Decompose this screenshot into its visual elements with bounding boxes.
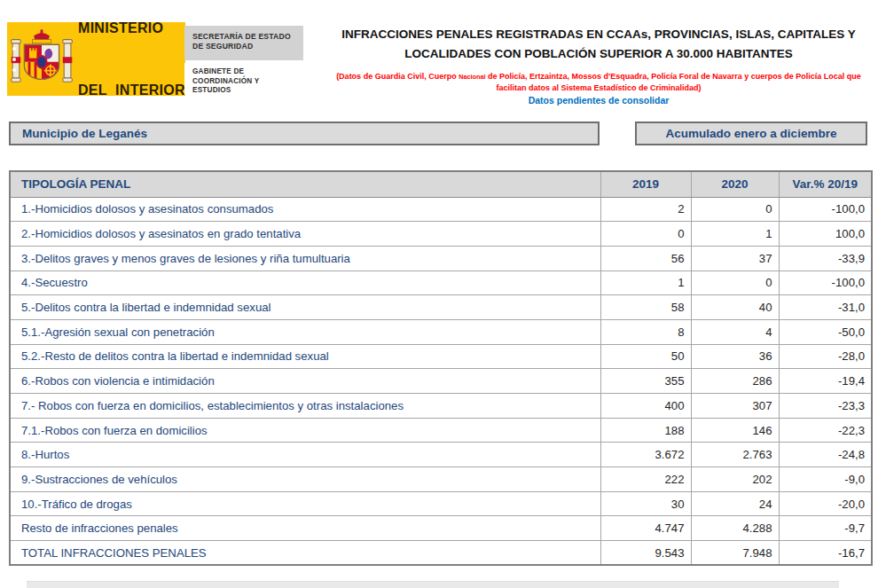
- table-row: 3.-Delitos graves y menos graves de lesi…: [10, 246, 872, 270]
- report-title-line1: INFRACCIONES PENALES REGISTRADAS EN CCAA…: [321, 25, 876, 44]
- cell-var: -19,4: [779, 369, 872, 394]
- cell-var: -20,0: [779, 491, 872, 516]
- table-body: 1.-Homicidios dolosos y asesinatos consu…: [10, 197, 872, 565]
- cell-y2020: 24: [691, 491, 779, 516]
- column-header-2019: 2019: [600, 171, 691, 197]
- logo-dot: [12, 68, 16, 72]
- cell-label: 8.-Hurtos: [10, 443, 600, 467]
- cell-y2020: 7.948: [691, 541, 779, 566]
- table-row: 5.2.-Resto de delitos contra la libertad…: [10, 344, 872, 369]
- cell-label: 5.2.-Resto de delitos contra la libertad…: [10, 344, 600, 369]
- ministerio-interior-logo: MINISTERIO DEL INTERIOR: [7, 22, 184, 96]
- cell-y2019: 188: [600, 418, 691, 443]
- table-row: 2.-Homicidios dolosos y asesinatos en gr…: [10, 222, 872, 247]
- cell-var: -23,3: [779, 394, 872, 419]
- cell-y2020: 37: [691, 246, 779, 270]
- logo-dot: [12, 58, 16, 61]
- cell-y2020: 2.763: [691, 443, 779, 467]
- cell-var: -9,0: [779, 467, 872, 492]
- table-row: 5.1.-Agresión sexual con penetración84-5…: [10, 319, 872, 344]
- municipality-selector[interactable]: Municipio de Leganés: [9, 122, 600, 145]
- cell-y2019: 400: [600, 394, 691, 419]
- cell-var: 100,0: [779, 222, 872, 247]
- cell-y2019: 58: [600, 295, 691, 320]
- table-row: 1.-Homicidios dolosos y asesinatos consu…: [10, 197, 872, 222]
- cell-label: Resto de infracciones penales: [10, 516, 600, 541]
- logo-dot: [12, 47, 16, 51]
- table-row: 4.-Secuestro10-100,0: [10, 270, 872, 295]
- cell-var: -9,7: [779, 516, 872, 541]
- cell-y2020: 307: [691, 394, 779, 419]
- cell-y2020: 0: [691, 197, 779, 222]
- cell-label: 5.-Delitos contra la libertad e indemnid…: [10, 295, 600, 320]
- cell-y2020: 286: [691, 369, 779, 394]
- cell-y2020: 202: [691, 467, 779, 492]
- cell-var: -100,0: [779, 197, 872, 222]
- data-sources-note-small: Nacional: [459, 73, 485, 81]
- cell-var: -22,3: [779, 418, 872, 443]
- column-header-tipologia: TIPOLOGÍA PENAL: [10, 171, 600, 197]
- cell-y2019: 50: [600, 344, 691, 369]
- table-row: Resto de infracciones penales4.7474.288-…: [10, 516, 872, 541]
- cell-y2019: 222: [600, 467, 691, 492]
- cell-y2019: 0: [600, 222, 691, 247]
- cell-var: -50,0: [779, 319, 872, 344]
- table-row: 8.-Hurtos3.6722.763-24,8: [10, 443, 872, 467]
- cell-var: -31,0: [779, 295, 872, 320]
- cell-y2019: 30: [600, 491, 691, 516]
- cell-y2020: 36: [691, 344, 779, 369]
- cell-y2020: 0: [691, 270, 779, 295]
- cell-y2019: 4.747: [600, 516, 691, 541]
- cell-y2019: 3.672: [600, 443, 691, 467]
- cell-label: 9.-Sustracciones de vehículos: [10, 467, 600, 492]
- table-row: TOTAL INFRACCIONES PENALES9.5437.948-16,…: [10, 541, 872, 566]
- crime-statistics-table: TIPOLOGÍA PENAL 2019 2020 Var.% 20/19 1.…: [9, 170, 873, 566]
- data-sources-note-part2: de Policía, Ertzaintza, Mossos d'Esquadr…: [486, 72, 861, 92]
- cell-label: 6.-Robos con violencia e intimidación: [10, 369, 600, 394]
- table-header-row: TIPOLOGÍA PENAL 2019 2020 Var.% 20/19: [10, 171, 872, 197]
- table-row: 5.-Delitos contra la libertad e indemnid…: [10, 295, 872, 320]
- pending-consolidation-note: Datos pendientes de consolidar: [321, 95, 876, 106]
- cell-y2019: 56: [600, 246, 691, 270]
- report-title-line2: LOCALIDADES CON POBLACIÓN SUPERIOR A 30.…: [321, 44, 876, 64]
- column-header-var: Var.% 20/19: [779, 171, 872, 197]
- cell-var: -33,9: [779, 246, 872, 270]
- cell-var: -28,0: [779, 344, 872, 369]
- data-sources-note: (Datos de Guardia Civil, Cuerpo Nacional…: [321, 71, 876, 93]
- gabinete-coordinacion-label: GABINETE DE COORDINACIÓN Y ESTUDIOS: [184, 63, 303, 95]
- report-title-block: INFRACCIONES PENALES REGISTRADAS EN CCAA…: [321, 25, 876, 106]
- table-row: 10.-Tráfico de drogas3024-20,0: [10, 491, 872, 516]
- cell-label: 4.-Secuestro: [10, 270, 600, 295]
- cell-y2019: 8: [600, 319, 691, 344]
- period-selector[interactable]: Acumulado enero a diciembre: [635, 122, 867, 145]
- table-row: 7.- Robos con fuerza en domicilios, esta…: [10, 394, 872, 419]
- table-row: 9.-Sustracciones de vehículos222202-9,0: [10, 467, 872, 492]
- cell-y2020: 146: [691, 418, 779, 443]
- cell-y2020: 1: [691, 222, 779, 247]
- cell-label: 7.- Robos con fuerza en domicilios, esta…: [10, 394, 600, 419]
- cell-y2020: 4.288: [691, 516, 779, 541]
- spain-coat-of-arms-icon: [11, 27, 73, 92]
- table-row: 7.1.-Robos con fuerza en domicilios18814…: [10, 418, 872, 443]
- cell-label: 1.-Homicidios dolosos y asesinatos consu…: [10, 197, 600, 222]
- cell-y2019: 9.543: [600, 541, 691, 566]
- cell-label: 7.1.-Robos con fuerza en domicilios: [10, 418, 600, 443]
- table-row: 6.-Robos con violencia e intimidación355…: [10, 369, 872, 394]
- ministry-name-line2: DEL INTERIOR: [78, 80, 185, 100]
- cell-y2019: 2: [600, 197, 691, 222]
- next-section-bar-cutoff: [27, 581, 839, 588]
- cell-var: -16,7: [779, 541, 872, 566]
- cell-label: 5.1.-Agresión sexual con penetración: [10, 319, 600, 344]
- cell-label: 2.-Homicidios dolosos y asesinatos en gr…: [10, 222, 600, 247]
- data-sources-note-part1: (Datos de Guardia Civil, Cuerpo: [336, 72, 459, 81]
- cell-label: TOTAL INFRACCIONES PENALES: [10, 541, 600, 566]
- cell-label: 10.-Tráfico de drogas: [10, 491, 600, 516]
- secretaria-estado-seguridad-label: SECRETARÍA DE ESTADO DE SEGURIDAD: [184, 26, 303, 60]
- cell-var: -100,0: [779, 270, 872, 295]
- cell-var: -24,8: [779, 443, 872, 467]
- cell-y2020: 4: [691, 319, 779, 344]
- cell-label: 3.-Delitos graves y menos graves de lesi…: [10, 246, 600, 270]
- column-header-2020: 2020: [691, 171, 779, 197]
- cell-y2019: 355: [600, 369, 691, 394]
- ministry-name-line1: MINISTERIO: [78, 18, 185, 38]
